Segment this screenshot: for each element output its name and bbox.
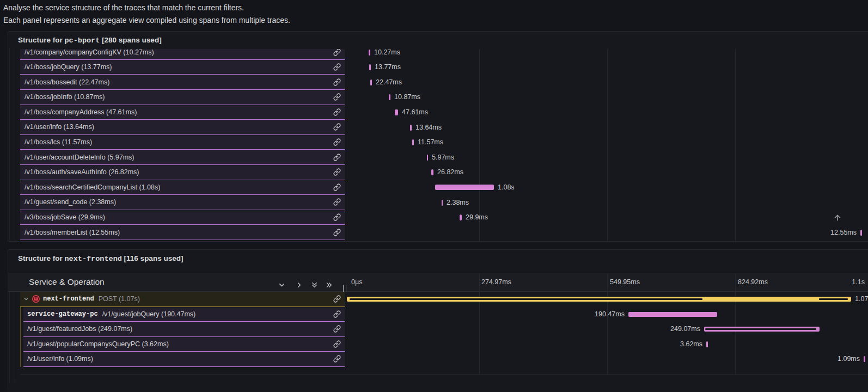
span-duration-bar[interactable] <box>435 185 494 190</box>
span-duration-label: 26.82ms <box>437 168 463 177</box>
span-duration-label: 10.87ms <box>394 93 420 102</box>
panel2-title-service: next-frontend <box>65 255 122 263</box>
panel1-title-service: pc-bport <box>65 36 100 45</box>
span-duration-label: 12.55ms <box>830 228 857 237</box>
trace-structure-page: Analyse the service structure of the tra… <box>0 0 868 392</box>
arrow-up-icon <box>833 213 842 222</box>
intro-line-2: Each panel represents an aggregate view … <box>3 14 290 27</box>
span-duration-bar[interactable] <box>370 79 372 85</box>
intro-line-1: Analyse the service structure of the tra… <box>3 2 290 14</box>
span-duration-bar[interactable] <box>369 64 371 70</box>
span-duration-label: 29.9ms <box>466 213 488 222</box>
span-duration-label: 249.07ms <box>670 324 700 334</box>
panel1-title-prefix: Structure for <box>18 36 65 44</box>
grid-line <box>607 49 608 242</box>
span-duration-label: 13.77ms <box>375 63 401 72</box>
span-duration-bar[interactable] <box>431 169 433 175</box>
span-duration-bar[interactable] <box>442 200 443 206</box>
span-duration-bar[interactable] <box>460 215 462 220</box>
span-duration-bar[interactable] <box>864 356 865 362</box>
span-duration-bar[interactable] <box>860 230 862 236</box>
span-duration-label: 3.62ms <box>680 340 702 349</box>
child-time-stripe <box>705 328 816 330</box>
next-frontend-timeline: 1.07s190.47ms249.07ms3.62ms1.09ms <box>0 292 868 375</box>
span-duration-bar[interactable] <box>369 50 370 56</box>
child-time-stripe <box>350 298 702 300</box>
grid-line <box>735 49 736 242</box>
span-duration-label: 47.61ms <box>402 108 428 117</box>
span-duration-label: 1.09ms <box>838 354 860 364</box>
span-duration-bar[interactable] <box>389 94 390 100</box>
panel2-title: Structure for next-frontend [116 spans u… <box>18 254 183 263</box>
panel2-title-prefix: Structure for <box>18 254 65 262</box>
parent-span-bar[interactable] <box>347 297 851 302</box>
span-duration-label: 1.08s <box>498 183 515 192</box>
span-duration-bar[interactable] <box>628 312 717 317</box>
panel1-title: Structure for pc-bport [280 spans used] <box>18 36 162 45</box>
panel1-title-suffix: [280 spans used] <box>100 36 161 44</box>
span-duration-label: 10.27ms <box>374 49 400 57</box>
span-duration-bar[interactable] <box>410 125 412 131</box>
span-duration-bar[interactable] <box>395 109 398 115</box>
span-duration-label: 5.97ms <box>432 153 454 162</box>
intro-text: Analyse the service structure of the tra… <box>3 2 290 27</box>
scroll-to-top-button[interactable] <box>833 213 842 223</box>
span-duration-bar[interactable] <box>706 341 708 347</box>
panel2-title-suffix: [116 spans used] <box>122 254 184 262</box>
span-duration-bar[interactable] <box>704 327 820 332</box>
span-duration-label: 11.57ms <box>418 138 443 147</box>
span-duration-label: 1.07s <box>855 295 868 304</box>
pc-bport-timeline: 10.27ms13.77ms22.47ms10.87ms47.61ms13.64… <box>0 49 868 242</box>
span-duration-label: 22.47ms <box>376 78 402 87</box>
span-duration-bar[interactable] <box>427 155 428 161</box>
span-duration-label: 190.47ms <box>595 310 625 319</box>
child-time-stripe <box>819 298 848 300</box>
span-duration-bar[interactable] <box>412 139 414 145</box>
span-duration-label: 13.64ms <box>415 123 442 132</box>
span-duration-label: 2.38ms <box>447 198 469 207</box>
